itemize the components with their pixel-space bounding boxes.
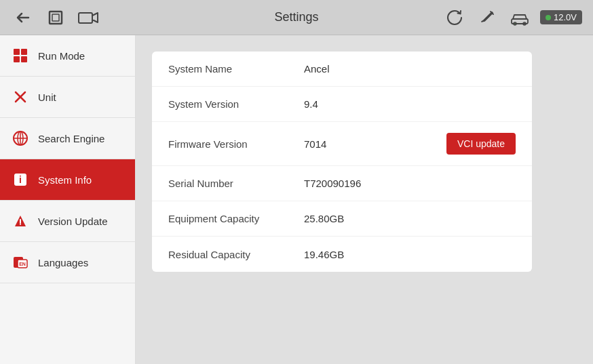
svg-text:i: i bbox=[19, 174, 22, 185]
main-layout: Run Mode Unit Search Engin bbox=[0, 35, 593, 364]
unit-icon bbox=[11, 87, 30, 106]
battery-status-dot bbox=[546, 15, 551, 20]
info-row-equipment-capacity: Equipment Capacity 25.80GB bbox=[152, 201, 532, 237]
system-info-label: System Info bbox=[38, 174, 92, 186]
system-name-value: Ancel bbox=[304, 63, 516, 75]
languages-icon: EN bbox=[11, 253, 30, 272]
svg-rect-2 bbox=[79, 13, 92, 23]
version-update-label: Version Update bbox=[38, 216, 108, 227]
info-row-system-version: System Version 9.4 bbox=[152, 87, 532, 122]
svg-rect-9 bbox=[14, 56, 20, 62]
info-row-residual-capacity: Residual Capacity 19.46GB bbox=[152, 237, 532, 272]
battery-voltage: 12.0V bbox=[554, 12, 577, 22]
firmware-version-label: Firmware Version bbox=[168, 138, 304, 150]
sidebar-item-search-engine[interactable]: Search Engine bbox=[0, 118, 135, 159]
svg-rect-8 bbox=[21, 49, 27, 55]
system-version-label: System Version bbox=[168, 98, 304, 110]
content-area: System Name Ancel System Version 9.4 Fir… bbox=[136, 35, 593, 364]
languages-label: Languages bbox=[38, 257, 88, 268]
svg-rect-1 bbox=[52, 14, 59, 21]
battery-indicator: 12.0V bbox=[540, 10, 582, 24]
header: Settings bbox=[0, 0, 593, 35]
svg-rect-10 bbox=[21, 56, 27, 62]
svg-point-6 bbox=[515, 23, 516, 24]
camera-button[interactable] bbox=[76, 5, 100, 30]
system-info-icon: i bbox=[11, 170, 30, 189]
equipment-capacity-value: 25.80GB bbox=[304, 213, 516, 224]
sidebar-item-version-update[interactable]: Version Update bbox=[0, 201, 135, 242]
svg-text:EN: EN bbox=[19, 262, 26, 266]
frame-button[interactable] bbox=[43, 5, 68, 30]
info-row-serial-number: Serial Number T720090196 bbox=[152, 166, 532, 201]
system-name-label: System Name bbox=[168, 63, 304, 75]
svg-point-21 bbox=[20, 224, 21, 225]
sidebar-item-run-mode[interactable]: Run Mode bbox=[0, 35, 135, 77]
info-row-system-name: System Name Ancel bbox=[152, 52, 532, 87]
run-mode-icon bbox=[11, 46, 30, 65]
search-engine-icon bbox=[11, 129, 30, 148]
run-mode-label: Run Mode bbox=[38, 50, 85, 62]
sidebar-item-unit[interactable]: Unit bbox=[0, 77, 135, 118]
svg-rect-7 bbox=[14, 49, 20, 55]
refresh-button[interactable] bbox=[442, 5, 467, 30]
unit-label: Unit bbox=[38, 92, 56, 103]
sidebar: Run Mode Unit Search Engin bbox=[0, 35, 136, 364]
version-update-icon bbox=[11, 211, 30, 230]
vci-update-button[interactable]: VCI update bbox=[446, 133, 516, 155]
residual-capacity-value: 19.46GB bbox=[304, 249, 516, 260]
sidebar-item-languages[interactable]: EN Languages bbox=[0, 242, 135, 283]
firmware-version-value: 7014 bbox=[304, 138, 446, 150]
header-right: 12.0V bbox=[442, 5, 582, 30]
back-button[interactable] bbox=[11, 5, 35, 30]
edit-button[interactable] bbox=[475, 5, 499, 30]
system-version-value: 9.4 bbox=[304, 98, 516, 110]
svg-rect-0 bbox=[50, 12, 62, 24]
info-row-firmware-version: Firmware Version 7014 VCI update bbox=[152, 122, 532, 166]
header-title: Settings bbox=[274, 10, 318, 24]
residual-capacity-label: Residual Capacity bbox=[168, 249, 304, 260]
sidebar-item-system-info[interactable]: i System Info bbox=[0, 159, 135, 201]
serial-number-label: Serial Number bbox=[168, 178, 304, 189]
search-engine-label: Search Engine bbox=[38, 133, 104, 144]
vehicle-button[interactable] bbox=[508, 5, 532, 30]
header-left bbox=[11, 5, 100, 30]
equipment-capacity-label: Equipment Capacity bbox=[168, 213, 304, 224]
info-card: System Name Ancel System Version 9.4 Fir… bbox=[152, 52, 532, 272]
serial-number-value: T720090196 bbox=[304, 178, 516, 189]
